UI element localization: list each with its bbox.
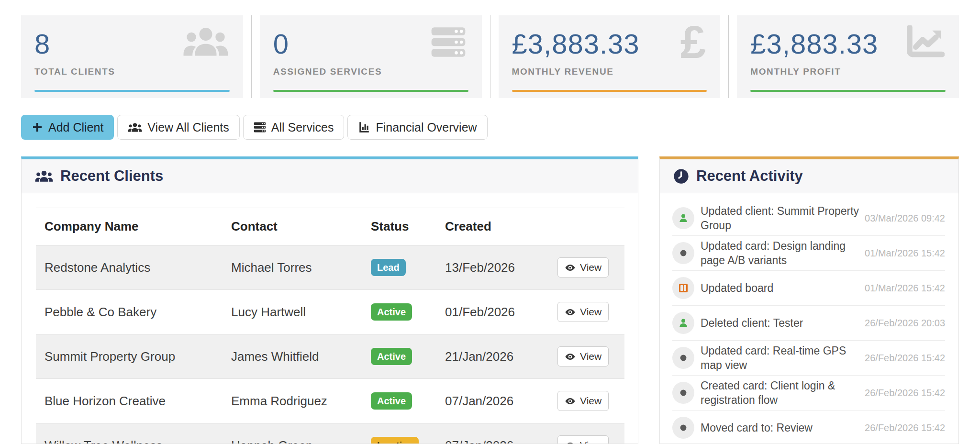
contact-cell: Emma Rodriguez	[223, 379, 362, 423]
activity-timestamp: 01/Mar/2026 15:42	[860, 283, 945, 294]
contact-cell: Lucy Hartwell	[223, 290, 362, 334]
created-cell: 07/Jan/2026	[436, 423, 549, 444]
view-button-label: View	[580, 440, 601, 444]
bar-chart-icon	[358, 121, 370, 133]
client-icon	[672, 207, 694, 229]
client-row: Redstone Analytics Michael Torres Lead 1…	[36, 245, 624, 290]
stat-divider	[251, 15, 252, 98]
stat-label: TOTAL CLIENTS	[34, 67, 230, 77]
card-icon	[672, 417, 694, 439]
stat-divider	[490, 15, 490, 98]
eye-icon	[565, 307, 576, 318]
contact-cell: Hannah Green	[223, 423, 362, 444]
server-icon	[429, 23, 468, 61]
recent-activity-header: Recent Activity	[660, 159, 958, 193]
view-all-clients-label: View All Clients	[147, 121, 229, 134]
financial-overview-label: Financial Overview	[376, 121, 477, 134]
recent-clients-title: Recent Clients	[60, 167, 163, 185]
activity-item: Updated card: Real-time GPS map view 26/…	[672, 341, 945, 376]
add-client-button[interactable]: Add Client	[21, 115, 114, 140]
activity-timestamp: 26/Feb/2026 15:42	[860, 422, 945, 433]
view-button[interactable]: View	[557, 435, 609, 444]
activity-text: Updated client: Summit Property Group	[701, 204, 860, 233]
table-header-row: Company Name Contact Status Created	[36, 208, 624, 245]
activity-item: Updated board 01/Mar/2026 15:42	[672, 271, 945, 306]
activity-item: Created card: Client login & registratio…	[672, 376, 945, 411]
card-icon	[672, 242, 694, 264]
recent-clients-panel: Recent Clients Company Name Contact Stat…	[21, 156, 638, 444]
card-icon	[672, 382, 694, 404]
company-name-cell: Blue Horizon Creative	[36, 379, 223, 423]
client-row: Blue Horizon Creative Emma Rodriguez Act…	[36, 379, 624, 423]
stat-accent-bar	[273, 90, 468, 92]
activity-timestamp: 26/Feb/2026 15:42	[860, 388, 945, 399]
activity-text: Created card: Client login & registratio…	[701, 378, 860, 408]
view-all-clients-button[interactable]: View All Clients	[117, 115, 239, 140]
activity-timestamp: 26/Feb/2026 15:42	[860, 353, 945, 364]
users-icon	[128, 122, 142, 133]
view-button[interactable]: View	[557, 257, 609, 278]
all-services-button[interactable]: All Services	[243, 115, 345, 140]
stat-value: £3,883.33	[512, 30, 707, 59]
contact-cell: Michael Torres	[223, 245, 362, 290]
dashboard-page: 8 TOTAL CLIENTS 0 ASSIGNED SERVICES £3,8…	[0, 0, 980, 444]
company-name-cell: Redstone Analytics	[36, 245, 223, 290]
activity-text: Moved card to: Review	[701, 421, 860, 435]
activity-timestamp: 26/Feb/2026 20:03	[860, 318, 945, 329]
created-cell: 07/Jan/2026	[436, 379, 549, 423]
board-icon	[672, 277, 694, 299]
created-cell: 21/Jan/2026	[436, 334, 549, 379]
view-button[interactable]: View	[557, 391, 609, 411]
stat-card: £3,883.33 MONTHLY PROFIT	[737, 15, 959, 98]
eye-icon	[565, 351, 576, 362]
chart-line-icon	[905, 23, 945, 61]
status-badge: Active	[371, 392, 412, 410]
view-button[interactable]: View	[557, 346, 609, 366]
stat-card: 8 TOTAL CLIENTS	[21, 15, 243, 98]
stat-card: 0 ASSIGNED SERVICES	[260, 15, 482, 98]
clients-table-container: Company Name Contact Status Created Reds…	[22, 193, 638, 444]
recent-activity-title: Recent Activity	[696, 167, 803, 185]
all-services-label: All Services	[271, 121, 334, 134]
view-button[interactable]: View	[557, 302, 609, 322]
created-cell: 01/Feb/2026	[436, 290, 549, 334]
users-icon	[183, 23, 229, 61]
view-button-label: View	[580, 262, 601, 273]
recent-activity-panel: Recent Activity Updated client: Summit P…	[659, 156, 959, 444]
users-icon	[35, 169, 53, 183]
stat-label: MONTHLY REVENUE	[512, 67, 707, 77]
stat-label: MONTHLY PROFIT	[750, 67, 946, 77]
created-cell: 13/Feb/2026	[436, 245, 549, 290]
activity-timestamp: 03/Mar/2026 09:42	[860, 213, 945, 224]
column-status: Status	[362, 208, 436, 245]
activity-list: Updated client: Summit Property Group 03…	[660, 193, 958, 444]
activity-text: Updated board	[701, 281, 860, 295]
company-name-cell: Pebble & Co Bakery	[36, 290, 223, 334]
card-icon	[672, 347, 694, 369]
activity-item: Moved card to: Review 26/Feb/2026 15:42	[672, 411, 945, 444]
pound-icon	[680, 23, 706, 61]
stat-accent-bar	[750, 90, 946, 92]
clients-table: Company Name Contact Status Created Reds…	[36, 208, 624, 444]
view-button-label: View	[580, 306, 601, 318]
plus-icon	[32, 122, 43, 133]
company-name-cell: Willow Tree Wellness	[36, 423, 223, 444]
client-row: Pebble & Co Bakery Lucy Hartwell Active …	[36, 290, 624, 334]
financial-overview-button[interactable]: Financial Overview	[347, 115, 487, 140]
eye-icon	[565, 262, 576, 273]
view-button-label: View	[580, 395, 601, 407]
stat-divider	[728, 15, 729, 98]
stat-accent-bar	[512, 90, 707, 92]
activity-item: Updated client: Summit Property Group 03…	[672, 201, 945, 236]
stat-card: £3,883.33 MONTHLY REVENUE	[499, 15, 721, 98]
view-button-label: View	[580, 351, 601, 362]
company-name-cell: Summit Property Group	[36, 334, 223, 379]
eye-icon	[565, 396, 576, 407]
status-badge: Active	[371, 348, 412, 365]
toolbar: Add Client View All Clients All Services…	[21, 115, 959, 140]
stat-label: ASSIGNED SERVICES	[273, 67, 468, 77]
activity-text: Updated card: Real-time GPS map view	[701, 344, 860, 373]
activity-text: Deleted client: Tester	[701, 316, 860, 330]
clock-icon	[673, 168, 689, 184]
recent-clients-header: Recent Clients	[22, 159, 638, 193]
